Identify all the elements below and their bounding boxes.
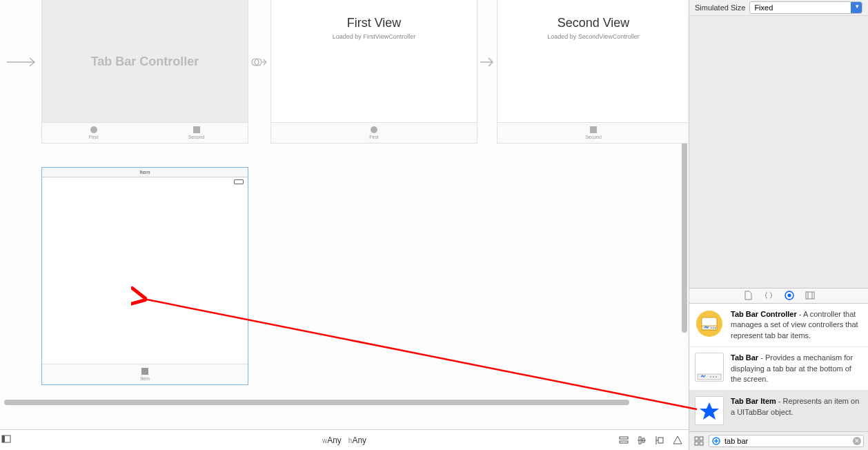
code-snippet-tab-icon[interactable] [764,291,773,300]
tab-bar-item-icon [696,397,723,424]
size-class-control[interactable]: wAny hAny [322,436,366,445]
svg-rect-7 [620,437,628,439]
svg-rect-32 [695,437,698,440]
svg-point-28 [710,376,711,378]
tab-bar: First Second [42,122,248,143]
scene-title: Second View [497,16,689,30]
library-item-tab-bar-controller[interactable]: Tab Bar Controller - A controller that m… [689,304,868,347]
library-item-tab-bar[interactable]: Tab Bar - Provides a mechanism for displ… [689,347,868,391]
simulated-size-select[interactable]: Fixed [749,1,862,14]
simulated-size-label: Simulated Size [695,3,745,12]
segue-arrow-1[interactable] [251,55,269,69]
svg-rect-34 [695,442,698,445]
library-search-input[interactable] [709,435,864,447]
segue-arrow-2[interactable] [479,55,497,69]
scene-subtitle: Loaded by FirstViewController [271,33,477,40]
square-icon [193,126,200,133]
media-library-tab-icon[interactable] [805,291,815,300]
svg-point-26 [715,327,716,329]
svg-rect-13 [658,438,663,443]
library-item-text: Tab Bar Item - Represents an item on a U… [731,396,862,418]
svg-rect-6 [2,436,5,442]
tab-bar-item[interactable]: Item [140,364,150,384]
pin-icon[interactable] [654,435,665,446]
scene-subtitle: Loaded by SecondViewController [497,33,689,40]
resolve-icon[interactable] [672,435,683,446]
svg-rect-33 [700,437,703,440]
circle-icon [90,126,97,133]
library-filter-bar: ✕ [689,431,868,450]
svg-point-30 [716,376,717,378]
svg-rect-35 [700,442,703,445]
library-item-tab-bar-item[interactable]: Tab Bar Item - Represents an item on a U… [689,391,868,431]
canvas-bottom-toolbar: wAny hAny [0,429,689,450]
svg-rect-8 [620,441,628,443]
filter-icon [711,436,721,446]
tab-bar-controller-icon [696,310,723,338]
scene-first-view[interactable]: First View Loaded by FirstViewController… [270,0,477,144]
outline-toggle-icon[interactable] [1,434,11,446]
tab-bar-item[interactable]: First [369,123,379,143]
horizontal-scrollbar-thumb[interactable] [4,400,629,405]
scene-title: Tab Bar Controller [42,55,248,69]
initial-arrow [7,55,40,69]
scene-item-selected[interactable]: Item Item [41,167,248,385]
library-tab-bar [689,288,868,304]
interface-builder-canvas[interactable]: Tab Bar Controller First Second First Vi… [0,0,689,428]
svg-marker-15 [673,436,682,444]
stack-icon[interactable] [618,435,629,446]
svg-rect-23 [702,326,717,330]
scene-title: First View [271,16,477,30]
grid-view-toggle-icon[interactable] [693,436,704,447]
tab-bar: Second [497,122,689,143]
tab-bar-item[interactable]: Second [145,123,248,143]
svg-point-24 [711,327,712,329]
svg-rect-18 [806,292,814,299]
circle-icon [371,126,377,133]
horizontal-scrollbar[interactable] [1,398,686,407]
tab-bar: Item [42,364,248,384]
scene-second-view[interactable]: Second View Loaded by SecondViewControll… [497,0,689,144]
inspector-panel: Simulated Size Fixed [689,0,868,450]
square-icon [590,126,597,133]
scene-header-label[interactable]: Item [42,168,248,177]
tab-bar-icon [696,353,723,381]
svg-marker-31 [700,402,719,420]
align-icon[interactable] [636,435,647,446]
simulated-size-row: Simulated Size Fixed [689,0,868,15]
tab-bar-item[interactable]: First [42,123,145,143]
library-item-text: Tab Bar Controller - A controller that m… [731,309,862,341]
svg-point-29 [713,376,714,378]
object-library-list[interactable]: Tab Bar Controller - A controller that m… [689,304,868,431]
object-library-tab-icon[interactable] [785,291,794,300]
tab-bar-item[interactable]: Second [585,123,602,143]
tab-bar: First [271,122,477,143]
scene-tab-bar-controller[interactable]: Tab Bar Controller First Second [41,0,248,144]
square-icon [141,368,148,375]
inspector-blank-area [689,15,868,288]
svg-point-17 [787,294,791,297]
status-bar [42,177,248,184]
library-item-text: Tab Bar - Provides a mechanism for displ… [731,353,862,384]
file-template-tab-icon[interactable] [743,291,753,300]
svg-point-25 [713,327,714,329]
